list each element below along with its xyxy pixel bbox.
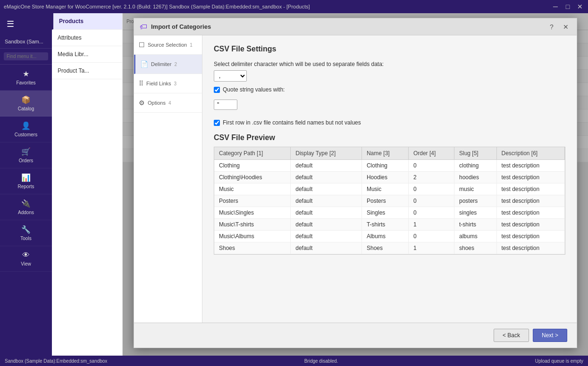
sidebar-item-view[interactable]: 👁 View bbox=[0, 246, 52, 272]
sub-sidebar: Products Attributes Media Libr... Produc… bbox=[52, 13, 123, 356]
wizard-step-label: Options bbox=[148, 100, 166, 106]
sub-nav-products[interactable]: Products bbox=[52, 13, 122, 30]
sidebar-item-customers[interactable]: 👤 Customers bbox=[0, 116, 52, 142]
table-cell: test description bbox=[496, 207, 565, 219]
content-area: Product 🏷 I bbox=[123, 13, 588, 356]
table-cell: Posters bbox=[214, 195, 291, 207]
sidebar-item-label: Catalog bbox=[18, 106, 34, 111]
modal-help-button[interactable]: ? bbox=[546, 22, 557, 32]
table-cell: 0 bbox=[408, 231, 454, 242]
sidebar-item-orders[interactable]: 🛒 Orders bbox=[0, 142, 52, 168]
sidebar-item-favorites[interactable]: ★ Favorites bbox=[0, 65, 52, 91]
sidebar-item-label: Addons bbox=[18, 210, 34, 215]
sidebar-search-container bbox=[0, 49, 52, 65]
sidebar-item-reports[interactable]: 📊 Reports bbox=[0, 168, 52, 194]
table-cell: Music bbox=[214, 183, 291, 195]
tools-icon: 🔧 bbox=[21, 225, 31, 234]
sidebar-title: Sandbox (Sam... bbox=[0, 35, 52, 49]
table-cell: default bbox=[291, 207, 362, 219]
table-cell: shoes bbox=[454, 242, 496, 254]
modal-titlebar: 🏷 Import of Categories ? ✕ bbox=[134, 18, 577, 35]
modal-icon: 🏷 bbox=[140, 23, 147, 31]
sidebar-item-catalog[interactable]: 📦 Catalog bbox=[0, 91, 52, 116]
first-row-checkbox-label[interactable]: First row in .csv file contains field na… bbox=[223, 119, 361, 126]
table-cell: default bbox=[291, 195, 362, 207]
table-cell: 0 bbox=[408, 195, 454, 207]
table-cell: default bbox=[291, 160, 362, 172]
csv-settings-title: CSV File Settings bbox=[214, 45, 565, 53]
modal-close-button[interactable]: ✕ bbox=[561, 22, 571, 32]
hamburger-menu[interactable]: ☰ bbox=[0, 13, 52, 35]
maximize-button[interactable]: □ bbox=[563, 2, 572, 11]
addons-icon: 🔌 bbox=[21, 199, 31, 208]
quote-input-container bbox=[214, 98, 565, 115]
statusbar-center: Bridge disabled. bbox=[304, 358, 338, 364]
first-row-checkbox-row: First row in .csv file contains field na… bbox=[214, 119, 565, 126]
col-category-path: Category Path [1] bbox=[214, 147, 291, 160]
wizard-step-source[interactable]: ☐ Source Selection 1 bbox=[134, 35, 202, 55]
reports-icon: 📊 bbox=[21, 173, 31, 182]
table-cell: Albums bbox=[361, 231, 408, 242]
table-cell: test description bbox=[496, 231, 565, 242]
table-cell: music bbox=[454, 183, 496, 195]
modal-titlebar-right: ? ✕ bbox=[546, 22, 571, 32]
table-cell: Clothing bbox=[214, 160, 291, 172]
col-display-type: Display Type [2] bbox=[291, 147, 362, 160]
app-container: ☰ Sandbox (Sam... ★ Favorites 📦 Catalog … bbox=[0, 13, 588, 356]
table-cell: Music bbox=[361, 183, 408, 195]
next-button[interactable]: Next > bbox=[533, 329, 567, 342]
table-cell: Music\Albums bbox=[214, 231, 291, 242]
minimize-button[interactable]: ─ bbox=[551, 2, 560, 11]
table-row: Music\SinglesdefaultSingles0singlestest … bbox=[214, 207, 565, 219]
table-cell: Music\Singles bbox=[214, 207, 291, 219]
table-cell: Clothing\Hoodies bbox=[214, 172, 291, 183]
wizard-step-num: 1 bbox=[190, 42, 193, 48]
csv-table-container: Category Path [1] Display Type [2] Name … bbox=[214, 147, 565, 255]
csv-preview-title: CSV File Preview bbox=[214, 133, 565, 142]
wizard-step-delimiter[interactable]: 📄 Delimiter 2 bbox=[134, 55, 202, 74]
csv-table: Category Path [1] Display Type [2] Name … bbox=[214, 147, 565, 254]
table-cell: 0 bbox=[408, 160, 454, 172]
quote-input[interactable] bbox=[214, 100, 237, 110]
favorites-icon: ★ bbox=[23, 69, 29, 78]
sidebar-item-tools[interactable]: 🔧 Tools bbox=[0, 220, 52, 246]
table-cell: test description bbox=[496, 219, 565, 231]
quote-checkbox[interactable] bbox=[214, 87, 220, 93]
statusbar: Sandbox (Sample Data):Embedded:sm_sandbo… bbox=[0, 356, 588, 366]
table-cell: clothing bbox=[454, 160, 496, 172]
main-sidebar: ☰ Sandbox (Sam... ★ Favorites 📦 Catalog … bbox=[0, 13, 52, 356]
wizard-step-num: 3 bbox=[174, 81, 177, 86]
sub-nav-media[interactable]: Media Libr... bbox=[52, 46, 122, 63]
sidebar-item-addons[interactable]: 🔌 Addons bbox=[0, 194, 52, 220]
table-row: MusicdefaultMusic0musictest description bbox=[214, 183, 565, 195]
quote-checkbox-label[interactable]: Quote string values with: bbox=[223, 86, 285, 93]
table-cell: Music\T-shirts bbox=[214, 219, 291, 231]
wizard-step-label: Field Links bbox=[146, 81, 171, 86]
table-cell: 2 bbox=[408, 172, 454, 183]
search-input[interactable] bbox=[4, 52, 48, 60]
sidebar-item-label: Reports bbox=[17, 184, 34, 189]
table-cell: 1 bbox=[408, 219, 454, 231]
close-window-button[interactable]: ✕ bbox=[576, 2, 584, 11]
delimiter-select[interactable]: , ; | Tab bbox=[214, 70, 247, 82]
table-cell: Clothing bbox=[361, 160, 408, 172]
delimiter-icon: 📄 bbox=[140, 60, 148, 68]
title-bar: eMagicOne Store Manager for WooCommerce … bbox=[0, 0, 588, 13]
first-row-checkbox[interactable] bbox=[214, 120, 220, 126]
wizard-step-fieldlinks[interactable]: ⠿ Field Links 3 bbox=[134, 74, 202, 93]
sub-nav-attributes[interactable]: Attributes bbox=[52, 30, 122, 46]
sub-nav-product-tags[interactable]: Product Ta... bbox=[52, 63, 122, 79]
back-button[interactable]: < Back bbox=[494, 329, 529, 342]
table-cell: Hoodies bbox=[361, 172, 408, 183]
table-row: Music\AlbumsdefaultAlbums0albumstest des… bbox=[214, 231, 565, 242]
sidebar-item-label: Favorites bbox=[16, 80, 35, 85]
table-row: ShoesdefaultShoes1shoestest description bbox=[214, 242, 565, 254]
customers-icon: 👤 bbox=[21, 121, 31, 130]
wizard-step-options[interactable]: ⚙ Options 4 bbox=[134, 93, 202, 113]
wizard-step-label: Source Selection bbox=[148, 42, 187, 48]
table-cell: test description bbox=[496, 160, 565, 172]
table-cell: T-shirts bbox=[361, 219, 408, 231]
wizard-step-label: Delimiter bbox=[151, 61, 171, 67]
table-cell: default bbox=[291, 219, 362, 231]
wizard-content: CSV File Settings Select delimiter chara… bbox=[202, 35, 577, 323]
